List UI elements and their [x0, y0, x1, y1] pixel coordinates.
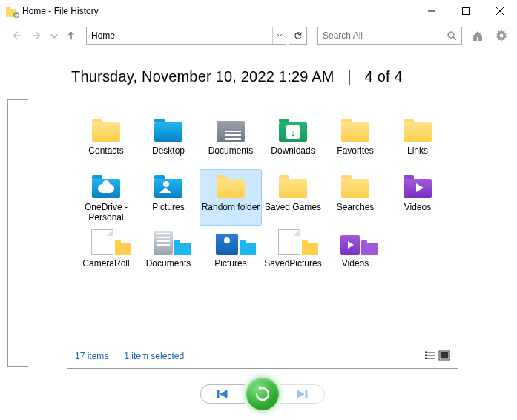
folder-green-dl-icon: ↓	[277, 117, 309, 143]
file-item-label: Random folder	[202, 203, 260, 213]
selection-count: 1 item selected	[124, 351, 184, 361]
file-item-label: Documents	[146, 259, 191, 269]
folder-yellow-icon	[90, 117, 122, 143]
title-bar: ⟳ Home - File History	[0, 0, 517, 22]
file-item[interactable]: ↓Downloads	[262, 113, 324, 169]
prev-version-sliver[interactable]	[7, 99, 28, 367]
svg-rect-14	[425, 355, 427, 356]
file-item[interactable]: Saved Games	[262, 169, 324, 226]
file-item-label: Favorites	[337, 146, 373, 157]
file-item[interactable]: SavedPictures	[262, 226, 324, 282]
file-item[interactable]: Searches	[324, 169, 386, 226]
search-input[interactable]	[323, 30, 447, 41]
folder-blue-cloud-icon	[90, 173, 122, 200]
file-item-label: Desktop	[152, 146, 185, 157]
file-item-label: SavedPictures	[264, 259, 321, 269]
folder-yellow-icon	[339, 173, 372, 200]
minimize-button[interactable]	[415, 0, 449, 22]
settings-icon[interactable]	[493, 27, 510, 44]
file-item-label: Saved Games	[265, 203, 321, 213]
file-item-label: Pictures	[214, 259, 246, 269]
file-item[interactable]: Links	[386, 113, 449, 169]
back-button[interactable]	[7, 27, 25, 45]
view-details-button[interactable]	[425, 350, 437, 363]
svg-rect-18	[217, 390, 219, 398]
up-button[interactable]	[62, 27, 80, 45]
previous-version-button[interactable]	[200, 384, 245, 404]
address-bar[interactable]: Home	[86, 27, 286, 45]
content-area: Thursday, November 10, 2022 1:29 AM | 4 …	[0, 49, 517, 410]
status-bar: 17 items 1 item selected	[75, 349, 450, 364]
view-icons-button[interactable]	[438, 350, 450, 363]
maximize-button[interactable]	[449, 0, 483, 22]
lib-savedpics-icon	[277, 229, 309, 256]
version-header: Thursday, November 10, 2022 1:29 AM | 4 …	[71, 68, 487, 85]
search-box[interactable]	[317, 27, 462, 45]
restore-button[interactable]	[246, 378, 279, 410]
folder-blue-icon	[152, 117, 185, 143]
playback-controls	[37, 378, 487, 410]
address-dropdown[interactable]	[272, 27, 286, 44]
file-item[interactable]: Videos	[324, 226, 386, 282]
navigation-toolbar: Home	[0, 22, 517, 49]
file-item-label: Videos	[342, 259, 369, 269]
folder-grey-doc-icon	[214, 117, 247, 143]
recent-locations-button[interactable]	[49, 27, 59, 45]
lib-videos-icon	[339, 229, 372, 256]
search-icon	[447, 30, 457, 41]
next-version-button[interactable]	[280, 384, 325, 404]
svg-point-6	[448, 32, 454, 38]
version-position: 4 of 4	[365, 68, 403, 85]
lib-pictures-icon	[214, 229, 247, 256]
folder-blue-pic-icon	[152, 173, 185, 200]
file-item-label: Videos	[404, 203, 431, 213]
file-item[interactable]: Documents	[137, 226, 200, 282]
version-timestamp: Thursday, November 10, 2022 1:29 AM	[71, 68, 335, 85]
item-count: 17 items	[75, 351, 108, 361]
file-item[interactable]: Videos	[386, 169, 449, 226]
window-title: Home - File History	[22, 6, 99, 16]
file-item-label: Documents	[208, 146, 254, 157]
app-icon: ⟳	[6, 5, 18, 17]
address-text: Home	[87, 30, 272, 41]
lib-documents-icon	[152, 229, 185, 256]
refresh-button[interactable]	[289, 27, 307, 45]
folder-yellow-icon	[214, 173, 247, 200]
file-item[interactable]: Desktop	[137, 113, 200, 169]
svg-line-7	[453, 37, 456, 40]
folder-yellow-icon	[339, 117, 372, 143]
file-item[interactable]: Pictures	[200, 226, 262, 282]
file-item[interactable]: Pictures	[137, 169, 200, 226]
lib-cameraroll-icon	[90, 229, 122, 256]
file-item-label: Pictures	[152, 203, 184, 213]
svg-rect-1	[463, 8, 470, 15]
file-item-label: Links	[407, 146, 428, 157]
file-panel: ContactsDesktopDocuments↓DownloadsFavori…	[67, 102, 458, 369]
file-item[interactable]: CameraRoll	[75, 226, 137, 282]
file-item-label: Searches	[337, 203, 375, 213]
file-item[interactable]: Documents	[200, 113, 262, 169]
file-item-label: OneDrive - Personal	[76, 203, 136, 223]
folder-yellow-icon	[277, 173, 309, 200]
file-item-label: Downloads	[271, 146, 315, 157]
forward-button[interactable]	[28, 27, 46, 45]
file-item[interactable]: Favorites	[324, 113, 386, 169]
folder-purple-vid-icon	[401, 173, 434, 200]
svg-point-9	[500, 34, 504, 38]
file-item-label: Contacts	[88, 146, 123, 157]
version-separator: |	[347, 68, 351, 85]
close-button[interactable]	[483, 0, 517, 22]
svg-rect-15	[425, 358, 427, 359]
svg-rect-19	[306, 390, 307, 398]
svg-rect-13	[425, 352, 427, 353]
file-item[interactable]: Random folder	[200, 169, 262, 226]
file-item[interactable]: OneDrive - Personal	[75, 169, 137, 226]
folder-yellow-icon	[401, 117, 434, 143]
svg-rect-17	[441, 352, 448, 358]
file-item-label: CameraRoll	[82, 259, 129, 269]
home-icon[interactable]	[470, 27, 486, 44]
file-item[interactable]: Contacts	[75, 113, 137, 169]
items-grid[interactable]: ContactsDesktopDocuments↓DownloadsFavori…	[75, 113, 450, 343]
